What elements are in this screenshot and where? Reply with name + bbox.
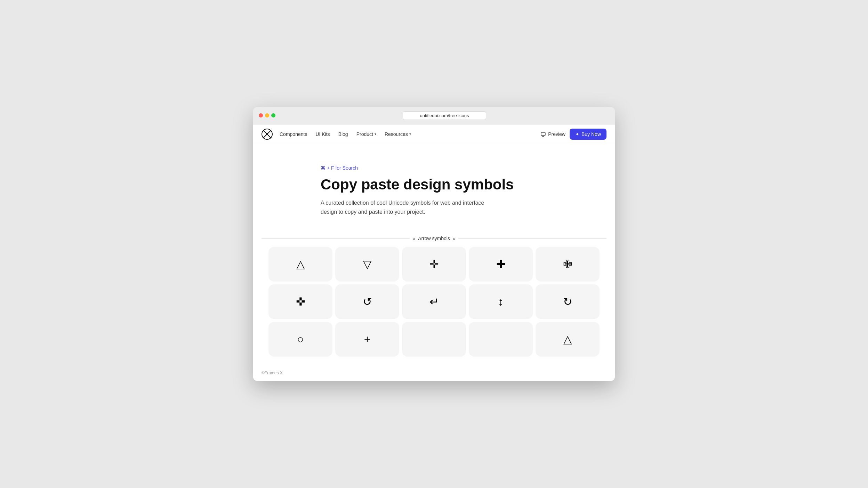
browser-window: untitledui.com/free-icons Components UI … <box>253 107 615 381</box>
preview-button[interactable]: Preview <box>540 131 565 137</box>
symbol-cross-medium[interactable]: ✛ <box>402 247 466 282</box>
divider-line-right <box>458 238 606 239</box>
hero-title: Copy paste design symbols <box>321 176 547 193</box>
symbol-arrow-return[interactable]: ↵ <box>402 284 466 319</box>
symbol-grid: △ ▽ ✛ ✚ ✙ ✜ ↺ ↵ ↕ ↻ ○ + △ <box>260 247 608 365</box>
symbol-circle[interactable]: ○ <box>268 322 332 357</box>
symbol-triangle-down[interactable]: ▽ <box>335 247 399 282</box>
copyright: ©Frames X <box>262 371 283 375</box>
divider-right-quote: » <box>453 236 456 241</box>
preview-icon <box>540 131 546 137</box>
svg-rect-4 <box>541 132 545 136</box>
symbol-plus[interactable]: + <box>335 322 399 357</box>
page-content: Components UI Kits Blog Product ▾ Resour… <box>253 124 615 381</box>
symbol-cross-outline[interactable]: ✜ <box>268 284 332 319</box>
section-divider: « Arrow symbols » <box>253 230 615 247</box>
symbol-arrow-rotate-left[interactable]: ↺ <box>335 284 399 319</box>
symbol-arrow-up-down[interactable]: ↕ <box>469 284 533 319</box>
nav-resources[interactable]: Resources ▾ <box>385 131 411 137</box>
divider-left-quote: « <box>412 236 415 241</box>
nav-actions: Preview ✦ Buy Now <box>540 129 606 140</box>
minimize-button[interactable] <box>265 113 269 117</box>
url-bar: untitledui.com/free-icons <box>280 111 609 120</box>
hero-section: ⌘ + F for Search Copy paste design symbo… <box>312 144 556 230</box>
nav-blog[interactable]: Blog <box>338 131 348 137</box>
symbol-empty1[interactable] <box>402 322 466 357</box>
svg-point-3 <box>266 133 268 135</box>
footer: ©Frames X <box>253 365 615 381</box>
star-icon: ✦ <box>575 131 579 137</box>
symbol-cross-bold[interactable]: ✚ <box>469 247 533 282</box>
nav-links: Components UI Kits Blog Product ▾ Resour… <box>280 131 540 137</box>
close-button[interactable] <box>259 113 263 117</box>
nav-uikits[interactable]: UI Kits <box>315 131 330 137</box>
symbol-cross-light[interactable]: ✙ <box>536 247 600 282</box>
logo[interactable] <box>262 129 273 140</box>
divider-line-left <box>262 238 410 239</box>
hero-subtitle: A curated collection of cool Unicode sym… <box>321 198 495 216</box>
traffic-lights <box>259 113 275 117</box>
resources-chevron-icon: ▾ <box>409 132 411 136</box>
symbol-triangle-up-2[interactable]: △ <box>536 322 600 357</box>
buy-now-button[interactable]: ✦ Buy Now <box>570 129 606 140</box>
navbar: Components UI Kits Blog Product ▾ Resour… <box>253 124 615 144</box>
symbol-triangle-up[interactable]: △ <box>268 247 332 282</box>
search-hint: ⌘ + F for Search <box>321 165 547 171</box>
maximize-button[interactable] <box>271 113 275 117</box>
section-label: Arrow symbols <box>418 236 450 241</box>
nav-components[interactable]: Components <box>280 131 307 137</box>
product-chevron-icon: ▾ <box>375 132 376 136</box>
symbol-empty2[interactable] <box>469 322 533 357</box>
nav-product[interactable]: Product ▾ <box>356 131 376 137</box>
symbol-arrow-rotate-right[interactable]: ↻ <box>536 284 600 319</box>
browser-titlebar: untitledui.com/free-icons <box>253 107 615 124</box>
url-input[interactable]: untitledui.com/free-icons <box>403 111 486 120</box>
